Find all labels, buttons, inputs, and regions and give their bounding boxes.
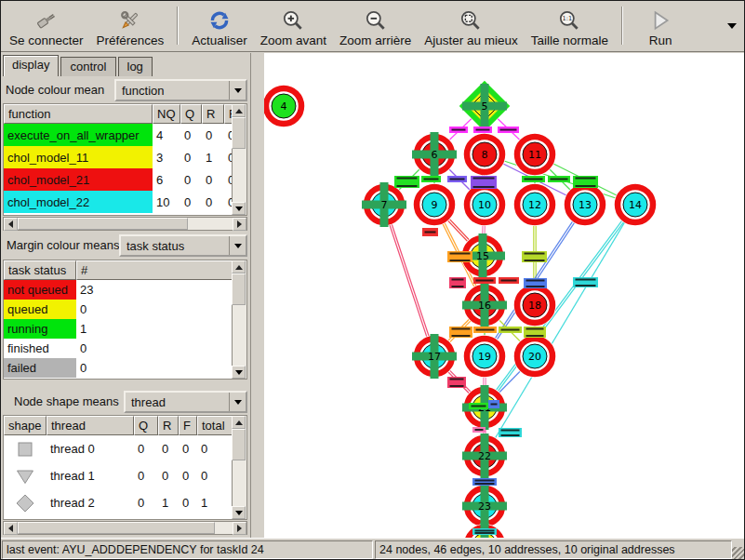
- column-header[interactable]: thread: [47, 416, 134, 435]
- graph-node[interactable]: 13: [564, 183, 606, 226]
- table-row[interactable]: failed0: [4, 358, 246, 378]
- column-header[interactable]: #: [76, 260, 234, 280]
- resize-grip[interactable]: [732, 547, 745, 560]
- graph-node[interactable]: 23: [462, 484, 507, 528]
- graph-node[interactable]: 18: [513, 284, 556, 327]
- scroll-up-arrow[interactable]: [232, 104, 246, 117]
- graph-node[interactable]: 19: [463, 335, 506, 378]
- graph-node[interactable]: 11: [513, 133, 556, 176]
- column-header[interactable]: NQ: [153, 104, 180, 124]
- tab-log[interactable]: log: [118, 57, 153, 76]
- value-cell: 23: [76, 280, 234, 300]
- column-header[interactable]: R: [158, 416, 179, 435]
- scrollbar-thumb[interactable]: [18, 218, 188, 230]
- node-id-label: 12: [528, 199, 541, 211]
- edge-label: [522, 251, 547, 262]
- scroll-down-arrow[interactable]: [232, 202, 246, 215]
- chevron-down-icon[interactable]: [229, 81, 246, 100]
- graph-node[interactable]: 9: [413, 183, 456, 226]
- edge-label: [473, 277, 496, 284]
- margin-colour-combobox[interactable]: task status: [119, 234, 247, 257]
- scroll-up-arrow[interactable]: [232, 260, 246, 273]
- column-header[interactable]: task status: [4, 260, 76, 280]
- graph-node[interactable]: 12: [513, 183, 556, 226]
- scroll-left-arrow[interactable]: [4, 522, 18, 535]
- tab-display[interactable]: display: [3, 55, 59, 76]
- graph-node[interactable]: 22: [462, 433, 507, 478]
- graph-node[interactable]: 10: [463, 183, 506, 226]
- node-id-label: 11: [528, 149, 541, 161]
- table-row[interactable]: finished0: [4, 339, 246, 358]
- table-row[interactable]: [4, 516, 246, 520]
- scroll-down-arrow[interactable]: [232, 506, 246, 519]
- table-row[interactable]: thread 00000: [4, 435, 246, 462]
- scroll-right-arrow[interactable]: [233, 218, 246, 231]
- run-button[interactable]: Run: [630, 7, 691, 48]
- scrollbar-thumb[interactable]: [232, 273, 246, 305]
- chevron-down-icon[interactable]: [229, 393, 246, 411]
- zoom-in-button[interactable]: Zoom avant: [254, 7, 333, 48]
- scrollbar-thumb[interactable]: [18, 522, 215, 534]
- column-header[interactable]: total: [197, 416, 233, 435]
- value-cell: 0: [134, 435, 158, 462]
- vertical-scrollbar[interactable]: [232, 260, 246, 379]
- table-row[interactable]: thread 20101: [4, 489, 246, 516]
- vertical-scrollbar[interactable]: [232, 104, 246, 215]
- value-cell: 1: [197, 489, 233, 516]
- square-icon: [15, 439, 35, 460]
- column-header[interactable]: Q: [134, 416, 158, 435]
- table-row[interactable]: chol_model_216000: [4, 168, 246, 191]
- preferences-button[interactable]: Préférences: [90, 7, 171, 48]
- combo-value: task status: [126, 239, 184, 253]
- scroll-left-arrow[interactable]: [4, 218, 18, 231]
- scrollbar-thumb[interactable]: [232, 429, 246, 460]
- toolbar: Se connecter Préférences: [1, 1, 744, 52]
- zoom-out-button[interactable]: Zoom arrière: [333, 7, 418, 48]
- edge-label: [499, 428, 522, 437]
- node-shape-combobox[interactable]: thread: [124, 391, 247, 413]
- table-row[interactable]: not queued23: [4, 280, 246, 300]
- toolbar-overflow-arrow-icon[interactable]: [727, 23, 737, 29]
- node-colour-combobox[interactable]: function: [114, 79, 247, 101]
- tab-control[interactable]: control: [60, 57, 115, 76]
- table-row[interactable]: running1: [4, 319, 246, 339]
- app-window: Se connecter Préférences: [0, 0, 745, 560]
- table-row[interactable]: thread 10000: [4, 462, 246, 489]
- scroll-up-arrow[interactable]: [232, 416, 246, 429]
- graph-node[interactable]: 4: [264, 85, 305, 127]
- name-cell: execute_on_all_wrapper: [4, 124, 153, 146]
- table-row[interactable]: chol_model_113010: [4, 146, 246, 168]
- graph-node[interactable]: 8: [463, 133, 506, 176]
- zoom-fit-button[interactable]: Ajuster au mieux: [418, 7, 525, 48]
- edge-label: [471, 176, 497, 189]
- chevron-down-icon[interactable]: [229, 236, 246, 255]
- column-header[interactable]: shape: [4, 416, 47, 435]
- column-header[interactable]: F: [179, 416, 197, 435]
- column-header[interactable]: function: [4, 104, 153, 124]
- table-row[interactable]: queued0: [4, 300, 246, 319]
- scroll-down-arrow[interactable]: [232, 366, 246, 379]
- function-table-hscrollbar[interactable]: [3, 217, 247, 231]
- vertical-scrollbar[interactable]: [232, 416, 246, 519]
- zoom-normal-icon: 1:1: [557, 8, 581, 33]
- toolbar-label: Zoom arrière: [339, 33, 411, 47]
- column-header[interactable]: Q: [180, 104, 202, 124]
- value-cell: 0: [180, 191, 202, 213]
- graph-node[interactable]: 14: [614, 183, 657, 226]
- zoom-normal-button[interactable]: 1:1 Taille normale: [525, 7, 615, 48]
- value-cell: 6: [153, 168, 180, 191]
- graph-node[interactable]: 20: [513, 335, 556, 378]
- node-id-label: 17: [428, 351, 441, 363]
- thread-table-hscrollbar[interactable]: [3, 521, 247, 535]
- graph-canvas[interactable]: 456811791012131415161817192021222324: [264, 53, 744, 538]
- table-row[interactable]: execute_on_all_wrapper4000: [4, 124, 246, 146]
- graph-node[interactable]: 17: [412, 334, 457, 379]
- edge-label: [394, 176, 419, 188]
- scrollbar-thumb[interactable]: [232, 117, 246, 149]
- scroll-right-arrow[interactable]: [233, 522, 246, 535]
- toolbar-separator: [621, 7, 623, 45]
- refresh-button[interactable]: Actualiser: [185, 7, 253, 48]
- connect-button[interactable]: Se connecter: [3, 7, 90, 48]
- column-header[interactable]: R: [202, 104, 224, 124]
- table-row[interactable]: chol_model_2210000: [4, 191, 246, 213]
